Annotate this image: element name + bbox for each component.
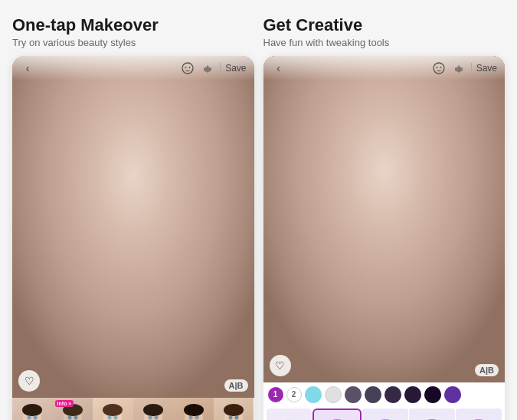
thumb-chellaglam[interactable]: ChellaGlam (173, 398, 214, 420)
svg-point-32 (67, 415, 71, 419)
svg-point-6 (54, 106, 211, 208)
svg-point-8 (182, 160, 225, 294)
svg-point-64 (398, 192, 419, 205)
color-swatch-row: 1 2 (263, 382, 506, 407)
thumb-flawless[interactable]: Flawless (12, 398, 53, 420)
svg-point-13 (102, 208, 116, 223)
svg-point-59 (340, 192, 378, 221)
swatch-dark4[interactable] (404, 386, 421, 403)
svg-rect-3 (12, 57, 254, 396)
eyeshadow-style-5[interactable] (456, 409, 502, 420)
eyeshadow-style-1[interactable] (267, 409, 312, 420)
svg-point-50 (434, 63, 444, 74)
svg-point-22 (133, 246, 146, 253)
svg-point-44 (188, 415, 192, 419)
svg-point-69 (358, 207, 362, 212)
svg-point-65 (346, 201, 373, 218)
svg-point-75 (371, 240, 384, 247)
right-face-svg (263, 56, 506, 382)
svg-point-21 (121, 246, 133, 253)
toolbar-divider (220, 63, 221, 74)
right-toolbar: ‹ (263, 56, 506, 80)
svg-point-43 (184, 404, 204, 416)
svg-point-71 (401, 202, 415, 217)
svg-point-78 (404, 231, 448, 258)
swatch-cyan[interactable] (305, 386, 322, 403)
svg-point-51 (436, 67, 437, 68)
right-heart-button[interactable]: ♡ (270, 355, 291, 376)
save-button[interactable]: Save (225, 63, 246, 74)
svg-point-72 (404, 205, 412, 214)
svg-point-15 (106, 214, 111, 218)
eyeshadow-style-4[interactable] (409, 409, 455, 420)
thumb-ipsy[interactable]: Ipsy Chic (133, 398, 174, 420)
left-toolbar: ‹ (12, 56, 254, 80)
svg-point-58 (432, 156, 476, 282)
right-phone-mockup: ‹ (263, 56, 506, 420)
svg-point-76 (384, 240, 396, 247)
heart-button[interactable]: ♡ (18, 370, 40, 392)
swatch-dark1[interactable] (345, 386, 362, 403)
svg-point-56 (306, 102, 463, 199)
svg-point-9 (92, 202, 126, 227)
swatch-dark2[interactable] (365, 386, 381, 403)
thumb-gonude[interactable]: #GONUDE (93, 398, 133, 420)
eyeshadow-style-2[interactable] (312, 409, 362, 420)
svg-point-5 (58, 139, 208, 327)
swatch-white[interactable] (325, 386, 342, 403)
right-panel-title: Get Creative (263, 15, 506, 35)
hand-icon[interactable] (200, 61, 215, 76)
svg-rect-53 (263, 56, 505, 382)
svg-point-54 (358, 336, 411, 380)
left-panel-subtitle: Try on various beauty styles (12, 37, 254, 48)
svg-point-61 (389, 192, 427, 221)
svg-point-11 (96, 208, 123, 225)
right-save-button[interactable]: Save (476, 63, 497, 74)
svg-point-70 (361, 205, 364, 208)
svg-point-1 (185, 67, 187, 68)
ab-badge[interactable]: A|B (224, 379, 248, 392)
svg-point-74 (409, 205, 412, 208)
number-badge-1[interactable]: 1 (268, 387, 283, 402)
right-ab-badge[interactable]: A|B (475, 364, 499, 376)
eyeshadow-style-3[interactable] (362, 409, 408, 420)
left-phone-mockup: ‹ (12, 56, 254, 420)
swatch-dark3[interactable] (384, 386, 401, 403)
eyeshadow-style-row (263, 407, 506, 420)
right-face-image: A|B ♡ (263, 56, 506, 382)
svg-point-39 (143, 404, 163, 416)
svg-point-47 (224, 404, 244, 416)
left-face-svg (12, 56, 254, 398)
svg-point-24 (152, 239, 191, 264)
thumb-tsu[interactable]: Tsu (214, 398, 254, 420)
svg-point-28 (28, 415, 31, 419)
svg-point-49 (235, 415, 239, 419)
svg-point-18 (153, 212, 162, 220)
right-hand-icon[interactable] (451, 61, 466, 76)
svg-point-80 (430, 263, 463, 297)
svg-point-35 (103, 404, 123, 416)
svg-point-0 (182, 63, 193, 74)
svg-point-52 (440, 67, 441, 68)
svg-point-25 (123, 274, 142, 281)
swatch-purple[interactable] (444, 386, 461, 403)
right-back-icon[interactable]: ‹ (271, 61, 286, 76)
left-face-image: A|B ♡ (12, 56, 254, 398)
svg-point-12 (144, 208, 171, 225)
right-panel-subtitle: Have fun with tweaking tools (263, 37, 506, 48)
swatch-dark5[interactable] (424, 386, 441, 403)
svg-point-57 (292, 156, 335, 282)
number-badge-2[interactable]: 2 (286, 387, 302, 402)
svg-point-73 (406, 207, 411, 212)
svg-point-2 (189, 67, 191, 68)
face-outline-icon[interactable] (180, 61, 195, 76)
right-toolbar-divider (471, 63, 472, 74)
thumbnail-row: Flawless Info » Sigma (12, 398, 254, 420)
svg-point-16 (110, 212, 113, 215)
thumb-sigma[interactable]: Info » Sigma (53, 398, 93, 420)
svg-point-67 (352, 202, 367, 217)
right-face-icon[interactable] (431, 61, 447, 76)
info-badge: Info » (55, 400, 74, 407)
svg-point-63 (349, 192, 371, 205)
back-icon[interactable]: ‹ (20, 61, 35, 76)
